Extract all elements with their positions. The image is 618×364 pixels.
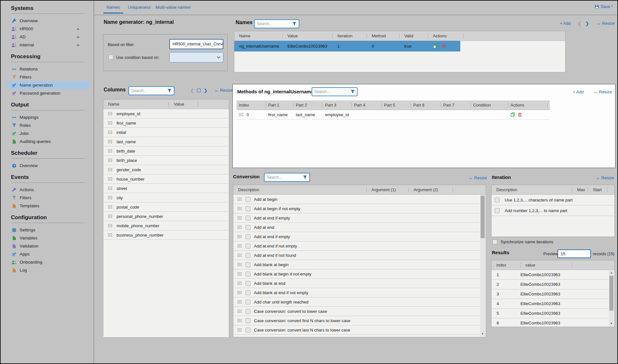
drag-handle-icon[interactable] bbox=[237, 291, 242, 294]
conversion-search-input[interactable]: Search... bbox=[264, 173, 310, 182]
table-row[interactable]: Add at begin if not empty bbox=[233, 204, 480, 213]
table-row[interactable]: gender_code bbox=[103, 165, 229, 174]
conversion-checkbox[interactable] bbox=[246, 206, 250, 211]
drag-handle-icon[interactable] bbox=[237, 216, 242, 220]
columns-resize-button[interactable]: ⇔Resize bbox=[214, 88, 233, 93]
table-row[interactable]: 6EllieCombs10023963 bbox=[492, 318, 609, 328]
table-row[interactable]: business_phone_number bbox=[103, 230, 229, 240]
table-row[interactable]: birth_date bbox=[103, 146, 229, 156]
drag-handle-icon[interactable] bbox=[108, 224, 113, 228]
scrollbar-thumb[interactable] bbox=[609, 276, 613, 311]
drag-handle-icon[interactable] bbox=[237, 244, 242, 248]
save-button[interactable]: Save * bbox=[595, 4, 613, 9]
drag-handle-icon[interactable] bbox=[237, 235, 242, 238]
drag-handle-icon[interactable] bbox=[108, 168, 113, 172]
scroll-up-icon[interactable]: ▲ bbox=[609, 270, 614, 275]
filter-dropdown[interactable]: HR500_internal_User_Cre bbox=[169, 39, 223, 49]
table-row[interactable]: Add at begin bbox=[233, 195, 480, 204]
conversion-checkbox[interactable] bbox=[246, 309, 250, 314]
drag-handle-icon[interactable] bbox=[237, 300, 242, 304]
drag-handle-icon[interactable] bbox=[108, 177, 113, 181]
table-row[interactable]: 0 first_name last_name employee_id bbox=[237, 110, 550, 120]
conversion-checkbox[interactable] bbox=[246, 281, 250, 286]
conversion-checkbox[interactable] bbox=[246, 300, 250, 304]
condition-dropdown[interactable] bbox=[169, 52, 223, 62]
sidebar-item-templates[interactable]: Templates bbox=[11, 202, 94, 210]
sidebar-item-name-generation[interactable]: Name generation bbox=[6, 81, 89, 89]
methods-add-button[interactable]: + Add bbox=[573, 89, 584, 94]
drag-handle-icon[interactable] bbox=[108, 233, 113, 237]
methods-resize-button[interactable]: ⇔Resize bbox=[593, 89, 612, 94]
drag-handle-icon[interactable] bbox=[237, 328, 242, 332]
conversion-checkbox[interactable] bbox=[246, 318, 250, 323]
drag-handle-icon[interactable] bbox=[237, 197, 242, 201]
drag-handle-icon[interactable] bbox=[108, 214, 113, 218]
table-row[interactable]: Case conversion: convert to lower case bbox=[233, 307, 480, 316]
sidebar-item-filters[interactable]: Filters bbox=[11, 73, 94, 81]
conversion-resize-button[interactable]: ⇔Resize bbox=[468, 175, 487, 180]
conversion-checkbox[interactable] bbox=[246, 216, 250, 220]
sidebar-item-relations[interactable]: Relations bbox=[11, 65, 94, 73]
results-scrollbar[interactable]: ▲ ▼ bbox=[609, 270, 614, 326]
iteration-resize-button[interactable]: ⇔Resize bbox=[595, 175, 614, 180]
tab-multi-value-names[interactable]: Multi-value names bbox=[155, 5, 191, 10]
sidebar-item-auditing-queries[interactable]: Auditing queries bbox=[11, 137, 94, 145]
table-row[interactable]: Add blank at begin bbox=[233, 260, 480, 269]
table-row[interactable]: birth_place bbox=[103, 156, 229, 165]
tab-uniqueness[interactable]: Uniqueness bbox=[128, 5, 151, 10]
table-row[interactable]: employee_id bbox=[103, 109, 229, 118]
names-resize-button[interactable]: ⇔Resize bbox=[596, 21, 615, 26]
drag-handle-icon[interactable] bbox=[237, 263, 242, 266]
table-row[interactable]: Case conversion: convert last N chars to… bbox=[233, 325, 480, 335]
table-row[interactable]: Add blank at end if not empty bbox=[233, 288, 480, 297]
sidebar-item-password-generation[interactable]: Password generation bbox=[11, 89, 94, 97]
table-row[interactable]: 2EllieCombs10023963 bbox=[492, 280, 609, 289]
table-row[interactable]: last_name bbox=[103, 137, 229, 146]
names-page-prev-icon[interactable]: ❮ bbox=[578, 21, 582, 26]
table-row[interactable]: Add blank at begin if not empty bbox=[233, 269, 480, 279]
sidebar-item-onboarding[interactable]: Onboarding bbox=[11, 258, 94, 266]
sidebar-item-apps[interactable]: Apps bbox=[11, 250, 94, 258]
table-row[interactable]: 5EllieCombs10023963 bbox=[492, 309, 609, 318]
table-row[interactable]: Case conversion: convert first N chars t… bbox=[233, 316, 480, 325]
sidebar-item-validation[interactable]: Validation bbox=[11, 242, 94, 250]
scrollbar-thumb[interactable] bbox=[481, 196, 485, 238]
drag-handle-icon[interactable] bbox=[237, 309, 242, 313]
scroll-down-icon[interactable]: ▼ bbox=[480, 331, 485, 336]
conversion-checkbox[interactable] bbox=[246, 328, 250, 332]
table-row[interactable]: Add char until length reached bbox=[233, 297, 480, 307]
drag-handle-icon[interactable] bbox=[237, 207, 242, 210]
names-page-next-icon[interactable]: ❯ bbox=[585, 21, 589, 26]
drag-handle-icon[interactable] bbox=[237, 319, 242, 322]
table-row[interactable]: Add at end if not found bbox=[233, 251, 480, 260]
drag-handle-icon[interactable] bbox=[108, 205, 113, 209]
iteration-checkbox[interactable] bbox=[495, 198, 500, 202]
drag-handle-icon[interactable] bbox=[108, 158, 113, 162]
iteration-checkbox[interactable] bbox=[495, 208, 500, 213]
conversion-checkbox[interactable] bbox=[246, 234, 250, 239]
conversion-checkbox[interactable] bbox=[246, 197, 250, 202]
drag-handle-icon[interactable] bbox=[108, 186, 113, 190]
use-condition-checkbox[interactable] bbox=[108, 55, 113, 60]
conversion-scrollbar[interactable]: ▼ bbox=[480, 195, 485, 336]
sidebar-item-hr500[interactable]: HR500▶ bbox=[11, 25, 94, 33]
methods-search-input[interactable]: Search... bbox=[312, 87, 358, 96]
table-row[interactable]: Add at end if empty bbox=[233, 232, 480, 241]
sidebar-item-overview[interactable]: Overview bbox=[11, 17, 94, 25]
names-search-input[interactable]: Search... bbox=[254, 19, 299, 28]
copy-icon[interactable] bbox=[510, 112, 515, 117]
table-row[interactable]: Add at end if not empty bbox=[233, 241, 480, 251]
table-row[interactable]: city bbox=[103, 193, 229, 202]
drag-handle-icon[interactable] bbox=[237, 225, 242, 229]
table-row[interactable]: Add at end bbox=[233, 223, 480, 232]
scroll-down-icon[interactable]: ▼ bbox=[609, 321, 614, 326]
sidebar-item-internal[interactable]: internal▶ bbox=[11, 41, 94, 49]
sidebar-item-roles[interactable]: Roles bbox=[11, 121, 94, 129]
sidebar-item-variables[interactable]: Variables bbox=[11, 234, 94, 242]
table-row[interactable]: house_number bbox=[103, 174, 229, 184]
sidebar-item-log[interactable]: Log bbox=[11, 266, 94, 274]
conversion-checkbox[interactable] bbox=[246, 225, 250, 230]
table-row[interactable]: 4EllieCombs10023963 bbox=[492, 299, 609, 309]
table-row[interactable]: Add number 1,2,3,... to name part bbox=[492, 205, 614, 216]
names-add-button[interactable]: + Add bbox=[560, 21, 571, 26]
